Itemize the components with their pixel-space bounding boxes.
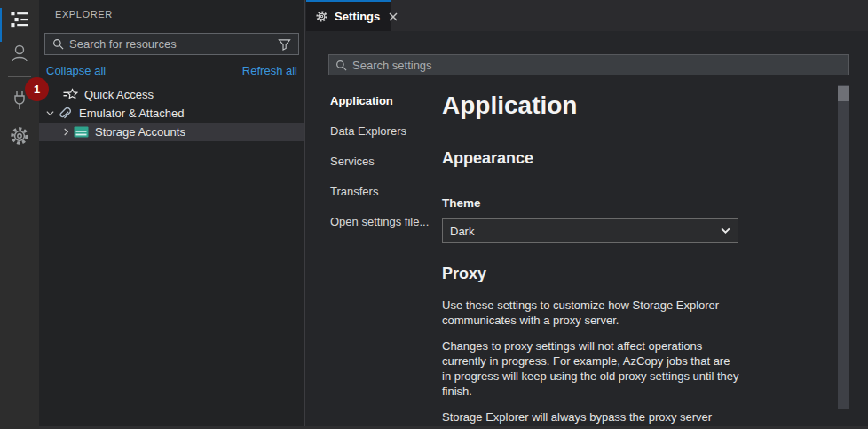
settings-content: Application Appearance Theme Dark Proxy … <box>442 86 742 429</box>
tree-row-label: Quick Access <box>84 88 154 101</box>
tree-row-label: Storage Accounts <box>95 125 185 139</box>
settings-body: Application Data Explorers Services Tran… <box>330 86 868 429</box>
storage-explorer-window: 1 EXPLORER Collapse all Refresh all <box>0 0 868 429</box>
filter-funnel-icon[interactable] <box>278 38 291 51</box>
active-view-indicator <box>0 8 2 42</box>
activity-bar <box>0 0 39 429</box>
explorer-list-icon <box>10 8 29 28</box>
page-title: Application <box>442 86 739 123</box>
theme-select-wrap: Dark <box>442 218 738 243</box>
connect-notification-badge: 1 <box>25 77 49 101</box>
tree-row-storage-accounts[interactable]: Storage Accounts <box>39 123 304 141</box>
resource-search-input[interactable] <box>69 37 278 51</box>
tree-row-quick-access[interactable]: Quick Access <box>39 85 304 104</box>
search-icon <box>52 38 64 50</box>
settings-search-box[interactable] <box>328 54 849 75</box>
quick-access-icon <box>62 88 78 102</box>
tree-row-label: Emulator & Attached <box>79 107 185 120</box>
search-icon <box>335 60 347 71</box>
chevron-down-icon[interactable] <box>43 108 57 118</box>
tree-actions: Collapse all Refresh all <box>46 64 297 77</box>
open-settings-file-link[interactable]: Open settings file... <box>330 215 442 228</box>
paperclip-icon <box>57 107 73 121</box>
settings-search-input[interactable] <box>352 59 842 72</box>
account-view-button[interactable] <box>0 36 39 71</box>
settings-nav-transfers[interactable]: Transfers <box>330 185 442 198</box>
proxy-paragraph-2: Changes to proxy settings will not affec… <box>442 338 742 399</box>
chevron-right-icon[interactable] <box>59 127 73 137</box>
collapse-all-link[interactable]: Collapse all <box>46 64 106 77</box>
settings-nav-application[interactable]: Application <box>330 94 442 107</box>
person-icon <box>9 43 30 64</box>
proxy-heading: Proxy <box>442 265 742 283</box>
tree-row-emulator-attached[interactable]: Emulator & Attached <box>39 104 304 123</box>
storage-accounts-icon <box>73 126 89 138</box>
proxy-paragraph-1: Use these settings to customize how Stor… <box>442 298 742 328</box>
activity-bar-divider <box>8 76 31 77</box>
theme-label: Theme <box>442 196 742 210</box>
settings-nav-services[interactable]: Services <box>330 155 442 168</box>
tab-bar: Settings <box>306 0 868 31</box>
settings-nav: Application Data Explorers Services Tran… <box>330 86 442 429</box>
tab-settings[interactable]: Settings <box>306 0 391 31</box>
settings-nav-data-explorers[interactable]: Data Explorers <box>330 124 442 138</box>
explorer-view-button[interactable] <box>0 0 39 36</box>
appearance-heading: Appearance <box>442 149 742 168</box>
gear-icon <box>9 125 30 147</box>
resource-tree: Quick Access Emulator & Attached <box>39 85 304 141</box>
sidebar-title: EXPLORER <box>39 0 304 20</box>
resource-search-box[interactable] <box>44 33 299 55</box>
gear-icon <box>315 10 328 23</box>
close-icon[interactable] <box>389 12 398 21</box>
settings-scrollbar-thumb[interactable] <box>838 86 849 101</box>
refresh-all-link[interactable]: Refresh all <box>242 64 297 77</box>
settings-view-button[interactable] <box>0 118 39 154</box>
tab-label: Settings <box>335 10 380 23</box>
settings-scrollbar-track[interactable] <box>838 85 849 409</box>
explorer-sidebar: EXPLORER Collapse all Refresh all <box>39 0 305 426</box>
editor-area: Settings Application Data Explorers S <box>306 0 868 426</box>
theme-select[interactable]: Dark <box>442 218 738 243</box>
